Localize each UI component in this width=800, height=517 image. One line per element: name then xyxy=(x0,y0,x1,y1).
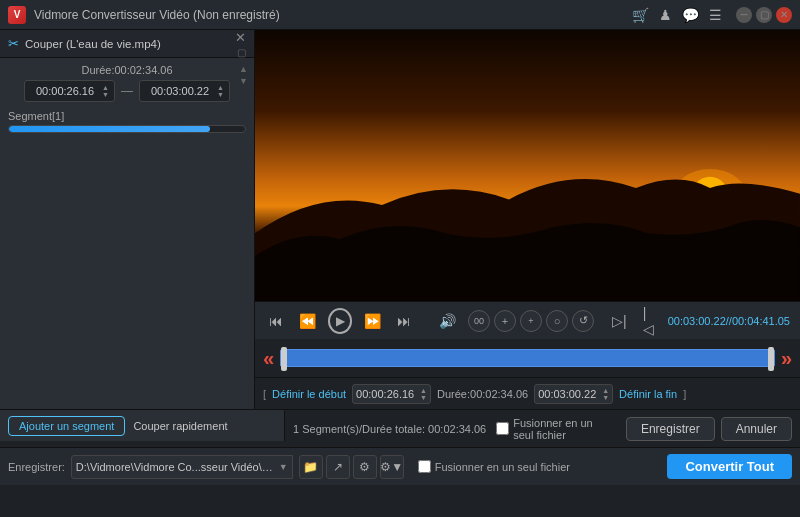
menu-icon[interactable]: ☰ xyxy=(709,7,722,23)
add-segment-button[interactable]: Ajouter un segment xyxy=(8,416,125,436)
seg-end-down[interactable]: ▼ xyxy=(602,394,609,401)
dropdown-arrow-icon: ▼ xyxy=(279,462,288,472)
cancel-button[interactable]: Annuler xyxy=(721,417,792,441)
scroll-down[interactable]: ▼ xyxy=(239,76,248,87)
rewind-button[interactable]: ⏪ xyxy=(295,311,320,331)
status-info: 1 Segment(s)/Durée totale: 00:02:34.06 xyxy=(293,423,486,435)
define-start-button[interactable]: Définir le début xyxy=(272,388,346,400)
timeline-track[interactable] xyxy=(280,349,775,367)
seg-end-input[interactable] xyxy=(538,388,602,400)
app-title: Vidmore Convertisseur Vidéo (Non enregis… xyxy=(34,8,632,22)
path-dropdown[interactable]: D:\Vidmore\Vidmore Co...sseur Vidéo\Conv… xyxy=(71,455,293,479)
seg-start-input[interactable] xyxy=(356,388,420,400)
time-separator: — xyxy=(121,84,133,98)
define-end-button[interactable]: Définir la fin xyxy=(619,388,677,400)
path-group: D:\Vidmore\Vidmore Co...sseur Vidéo\Conv… xyxy=(71,455,293,479)
seg-end-input-group[interactable]: ▲ ▼ xyxy=(534,384,613,404)
right-panel: ⏮ ⏪ ▶ ⏩ ⏭ 🔊 00 + + ○ ↺ ▷| |◁ 00:03:00.22… xyxy=(255,30,800,409)
end-time-input-group[interactable]: ▲ ▼ xyxy=(139,80,230,102)
user-icon[interactable]: ♟ xyxy=(659,7,672,23)
chat-icon[interactable]: 💬 xyxy=(682,7,699,23)
open-bracket: [ xyxy=(263,388,266,400)
window-controls: 🛒 ♟ 💬 ☰ ─ ▢ ✕ xyxy=(632,7,792,23)
rotate-button[interactable]: ↺ xyxy=(572,310,594,332)
hills-svg xyxy=(255,30,800,301)
browse-folder-button[interactable]: 📁 xyxy=(299,455,323,479)
mark-in-button[interactable]: ▷| xyxy=(608,311,631,331)
save-path-label: Enregistrer: xyxy=(8,461,65,473)
content-area: ✂ Couper (L'eau de vie.mp4) ✕ ▢ Durée:00… xyxy=(0,30,800,409)
cart-icon[interactable]: 🛒 xyxy=(632,7,649,23)
path-text: D:\Vidmore\Vidmore Co...sseur Vidéo\Conv… xyxy=(76,461,276,473)
settings-button[interactable]: ⚙ xyxy=(353,455,377,479)
segment-bar: Segment[1] xyxy=(0,106,254,137)
merge-label: Fusionner en un seul fichier xyxy=(513,417,616,441)
titlebar: V Vidmore Convertisseur Vidéo (Non enreg… xyxy=(0,0,800,30)
merge-label-bottom: Fusionner en un seul fichier xyxy=(435,461,570,473)
status-buttons: Enregistrer Annuler xyxy=(626,417,792,441)
bottom-row: Ajouter un segment Couper rapidement 1 S… xyxy=(0,409,800,447)
skip-start-button[interactable]: ⏮ xyxy=(265,311,287,331)
open-folder-button[interactable]: ↗ xyxy=(326,455,350,479)
restore-icon[interactable]: ▢ xyxy=(237,47,246,58)
seg-start-input-group[interactable]: ▲ ▼ xyxy=(352,384,431,404)
app-icon: V xyxy=(8,6,26,24)
scroll-arrows: ▲ ▼ xyxy=(239,64,248,87)
end-time-input[interactable] xyxy=(144,85,216,97)
save-button[interactable]: Enregistrer xyxy=(626,417,715,441)
seg-duration-label: Durée:00:02:34.06 xyxy=(437,388,528,400)
bottom-left-panel: Ajouter un segment Couper rapidement xyxy=(0,409,285,441)
timeline-handle-left[interactable] xyxy=(281,347,287,371)
end-time-down[interactable]: ▼ xyxy=(216,91,225,98)
maximize-button[interactable]: ▢ xyxy=(756,7,772,23)
start-time-down[interactable]: ▼ xyxy=(101,91,110,98)
fast-forward-button[interactable]: ⏩ xyxy=(360,311,385,331)
convert-all-button[interactable]: Convertir Tout xyxy=(667,454,792,479)
time-inputs: ▲ ▼ — ▲ ▼ xyxy=(24,80,230,102)
close-bracket: ] xyxy=(683,388,686,400)
seg-start-up[interactable]: ▲ xyxy=(420,387,427,394)
timeline: » » xyxy=(255,339,800,377)
segment-controls: [ Définir le début ▲ ▼ Durée:00:02:34.06… xyxy=(255,377,800,409)
merge-check[interactable]: Fusionner en un seul fichier xyxy=(496,417,616,441)
skip-end-button[interactable]: ⏭ xyxy=(393,311,415,331)
merge-checkbox-bottom[interactable] xyxy=(418,460,431,473)
timeline-arrow-right[interactable]: » xyxy=(781,347,792,370)
option-00-button[interactable]: 00 xyxy=(468,310,490,332)
seg-end-up[interactable]: ▲ xyxy=(602,387,609,394)
scissors-icon: ✂ xyxy=(8,36,19,51)
video-background xyxy=(255,30,800,301)
path-actions: 📁 ↗ ⚙ ⚙▼ xyxy=(299,455,404,479)
timeline-arrow-left[interactable]: » xyxy=(263,347,274,370)
volume-button[interactable]: 🔊 xyxy=(435,311,460,331)
merge-check-bottom[interactable]: Fusionner en un seul fichier xyxy=(418,460,570,473)
cut-title: Couper (L'eau de vie.mp4) xyxy=(25,38,235,50)
segment-fill xyxy=(9,126,210,132)
statusbar: 1 Segment(s)/Durée totale: 00:02:34.06 F… xyxy=(285,409,800,447)
cut-panel: ✂ Couper (L'eau de vie.mp4) ✕ ▢ Durée:00… xyxy=(0,30,255,409)
mark-out-button[interactable]: |◁ xyxy=(639,303,660,339)
play-button[interactable]: ▶ xyxy=(328,308,352,334)
scroll-up[interactable]: ▲ xyxy=(239,64,248,75)
end-time-up[interactable]: ▲ xyxy=(216,84,225,91)
seg-start-down[interactable]: ▼ xyxy=(420,394,427,401)
segment-label: Segment[1] xyxy=(8,110,246,122)
close-button[interactable]: ✕ xyxy=(776,7,792,23)
start-time-input-group[interactable]: ▲ ▼ xyxy=(24,80,115,102)
video-preview xyxy=(255,30,800,301)
start-time-up[interactable]: ▲ xyxy=(101,84,110,91)
timeline-handle-right[interactable] xyxy=(768,347,774,371)
add-button[interactable]: + xyxy=(494,310,516,332)
merge-checkbox[interactable] xyxy=(496,422,509,435)
segment-progress xyxy=(8,125,246,133)
start-time-input[interactable] xyxy=(29,85,101,97)
minimize-button[interactable]: ─ xyxy=(736,7,752,23)
bottombar: Enregistrer: D:\Vidmore\Vidmore Co...sse… xyxy=(0,447,800,485)
quick-cut-button[interactable]: Couper rapidement xyxy=(133,420,227,432)
more-settings-button[interactable]: ⚙▼ xyxy=(380,455,404,479)
close-panel-button[interactable]: ✕ xyxy=(235,30,246,45)
playback-controls: ⏮ ⏪ ▶ ⏩ ⏭ 🔊 00 + + ○ ↺ ▷| |◁ 00:03:00.22… xyxy=(255,301,800,339)
info-button[interactable]: + xyxy=(520,310,542,332)
duration-label: Durée:00:02:34.06 xyxy=(81,64,172,76)
crop-button[interactable]: ○ xyxy=(546,310,568,332)
